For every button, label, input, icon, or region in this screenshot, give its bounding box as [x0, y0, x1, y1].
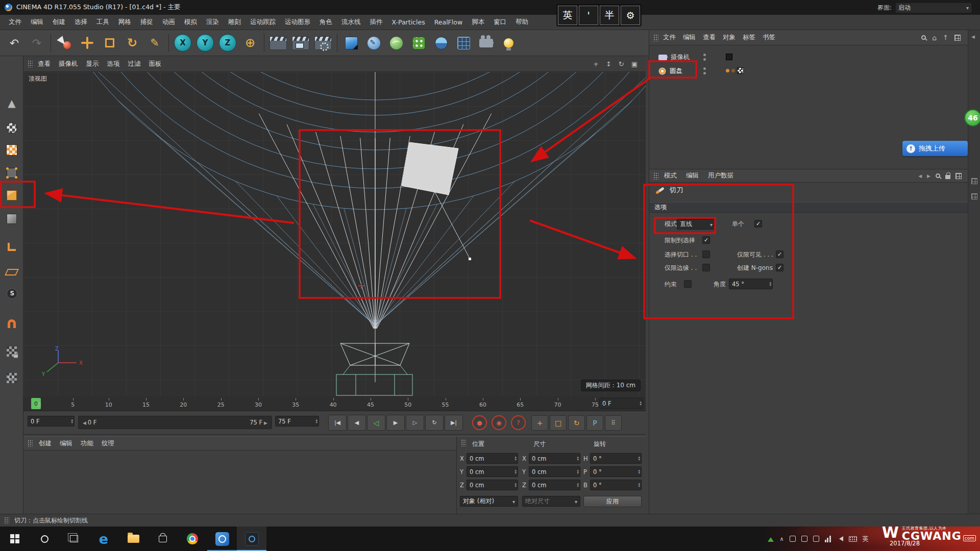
viewport-menu-item[interactable]: 选项 [103, 60, 124, 68]
transport-button[interactable]: ▷ [406, 415, 424, 431]
c4d-running-app-button[interactable] [237, 527, 266, 551]
tray-expand-icon[interactable]: ∧ [779, 536, 783, 542]
texture-mode-button[interactable] [2, 140, 21, 160]
stepper-icon[interactable] [575, 469, 579, 474]
cortana-search-button[interactable] [30, 527, 59, 551]
stepper-icon[interactable] [513, 469, 517, 474]
coordinate-input[interactable]: 0 cm [529, 480, 580, 490]
points-mode-button[interactable] [2, 163, 21, 183]
network-icon[interactable] [825, 536, 831, 542]
dock-tab-icon[interactable] [971, 178, 977, 184]
stepper-icon[interactable] [69, 419, 73, 423]
dock-tab-icon[interactable] [971, 193, 977, 199]
undo-button[interactable]: ↶ [3, 32, 26, 54]
z-axis-lock-button[interactable]: Z [216, 32, 239, 54]
menu-item[interactable]: 选择 [70, 18, 92, 27]
viewport-nav-icon[interactable]: ↕ [606, 60, 611, 68]
light-menu[interactable] [497, 32, 520, 54]
object-manager-menu-item[interactable]: 文件 [659, 33, 679, 42]
transport-button[interactable]: |◀ [328, 415, 347, 431]
object-manager-menu-item[interactable]: 标签 [739, 33, 759, 42]
coordinate-input[interactable]: 0 cm [529, 466, 580, 477]
render-settings-button[interactable] [312, 32, 334, 54]
render-picture-viewer-button[interactable] [289, 32, 312, 54]
tray-app-icon[interactable] [801, 536, 807, 542]
object-name[interactable]: 圆盘 [670, 67, 682, 76]
object-tags[interactable] [726, 54, 732, 60]
start-button[interactable] [0, 527, 30, 551]
stepper-icon[interactable] [636, 456, 640, 461]
single-checkbox[interactable] [754, 220, 762, 228]
object-mode-button[interactable] [2, 209, 21, 229]
touch-keyboard-icon[interactable] [849, 536, 857, 542]
timeline-ruler[interactable]: 0 051015202530354045505560657075 0 F [23, 396, 646, 411]
create-ngons-checkbox[interactable] [776, 264, 783, 271]
end-frame-field[interactable]: 75 F [275, 416, 319, 427]
protection-tag-icon[interactable] [726, 54, 732, 60]
volume-icon[interactable] [837, 536, 843, 541]
render-view-button[interactable] [267, 32, 289, 54]
mograph-deformer-menu[interactable] [407, 32, 430, 54]
ime-width-toggle[interactable]: 半 [600, 6, 619, 25]
menu-item[interactable]: 窗口 [489, 18, 511, 27]
object-name[interactable]: 摄像机 [671, 53, 690, 62]
search-icon[interactable] [921, 35, 926, 40]
record-button[interactable]: ◉ [492, 415, 506, 430]
apply-button[interactable]: 应用 [583, 496, 642, 507]
menu-item[interactable]: 捕捉 [136, 18, 158, 27]
transport-button[interactable]: ▶ [386, 415, 405, 431]
attribute-menu-item[interactable]: 用户数据 [703, 171, 738, 180]
convert-editable-button[interactable]: ▲ [2, 93, 21, 113]
model-mode-button[interactable] [2, 118, 21, 138]
attribute-menu-item[interactable]: 编辑 [681, 171, 703, 180]
update-arrow-icon[interactable] [768, 534, 774, 542]
frame-number-field[interactable]: 0 F [599, 398, 643, 409]
live-selection-tool[interactable] [54, 32, 76, 54]
menu-item[interactable]: 运动图形 [280, 18, 315, 27]
stepper-icon[interactable] [768, 282, 771, 286]
select-cuts-checkbox[interactable] [702, 251, 710, 258]
ime-punctuation-toggle[interactable]: ' [579, 6, 598, 25]
object-manager-menu-item[interactable]: 对象 [719, 33, 739, 42]
material-menu-item[interactable]: 创建 [35, 439, 56, 448]
tag-dot-icon[interactable] [726, 69, 729, 72]
coordinate-input[interactable]: 0 cm [467, 453, 518, 464]
visibility-toggles[interactable] [703, 67, 706, 74]
stepper-icon[interactable] [513, 483, 517, 487]
c4d-launcher-button[interactable] [207, 527, 237, 551]
keyframe-toggle-button[interactable]: □ [550, 415, 567, 431]
menu-item[interactable]: 运动跟踪 [246, 18, 280, 27]
layout-grid-icon[interactable] [954, 35, 961, 41]
keyframe-toggle-button[interactable]: ⠿ [605, 415, 622, 431]
y-axis-lock-button[interactable]: Y [194, 32, 216, 54]
menu-item[interactable]: 网格 [114, 18, 136, 27]
menu-item[interactable]: 工具 [92, 18, 114, 27]
menu-item[interactable]: 雕刻 [224, 18, 246, 27]
task-view-button[interactable] [59, 527, 89, 551]
lock-icon[interactable] [945, 175, 950, 179]
menu-item[interactable]: 创建 [48, 18, 70, 27]
interface-dropdown[interactable]: 启动 [895, 3, 972, 13]
cut-mode-dropdown[interactable]: 直线 [677, 219, 716, 230]
environment-menu[interactable] [430, 32, 452, 54]
history-forward-icon[interactable]: ▶ [927, 173, 930, 179]
material-menu-item[interactable]: 编辑 [56, 439, 77, 448]
coordinate-input[interactable]: 0 cm [467, 480, 518, 490]
restrict-selection-checkbox[interactable] [702, 236, 710, 244]
scale-tool[interactable] [99, 32, 121, 54]
workplane-lock-button[interactable] [2, 342, 21, 361]
tray-app-icon[interactable] [813, 536, 819, 542]
menu-item[interactable]: X-Particles [387, 18, 430, 26]
texture-axis-button[interactable] [2, 368, 21, 388]
coordinate-input[interactable]: 0 ° [590, 466, 642, 477]
primitive-cube-menu[interactable] [340, 32, 362, 54]
object-manager-menu-item[interactable]: 查看 [699, 33, 719, 42]
notification-badge[interactable]: 46 [964, 109, 980, 127]
frame-range-slider[interactable]: 0 F 75 F [78, 416, 272, 429]
keyframe-toggle-button[interactable]: ↻ [568, 415, 585, 431]
keyframe-toggle-button[interactable]: + [531, 415, 548, 431]
viewport-nav-icon[interactable]: ▣ [631, 60, 638, 68]
panel-handle-icon[interactable] [28, 440, 33, 447]
coordinate-input[interactable]: 0 cm [467, 466, 518, 477]
input-language-indicator[interactable]: 英 [863, 535, 869, 543]
